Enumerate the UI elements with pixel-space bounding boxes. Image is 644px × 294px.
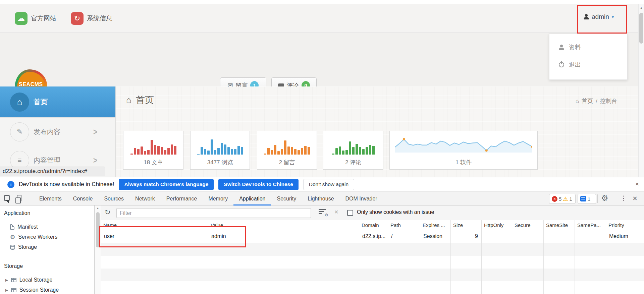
- tab-sources[interactable]: Sources: [98, 192, 129, 205]
- column-divider[interactable]: [575, 220, 575, 294]
- device-toolbar-icon[interactable]: [17, 195, 21, 201]
- tree-item-storage[interactable]: Storage: [10, 242, 37, 252]
- column-divider[interactable]: [420, 220, 420, 294]
- column-divider[interactable]: [450, 220, 451, 294]
- table-icon: [11, 278, 16, 282]
- articles-card-label: 18 文章: [123, 159, 183, 166]
- logout-label: 退出: [569, 61, 581, 69]
- tab-console[interactable]: Console: [67, 192, 99, 205]
- expand-arrow-icon[interactable]: ▶: [5, 278, 8, 282]
- settings-gear-icon[interactable]: ⚙: [601, 193, 608, 203]
- column-header-httponly[interactable]: HttpOnly: [481, 220, 512, 230]
- page-scrollbar[interactable]: ▲: [638, 4, 644, 177]
- cookies-toolbar: ↻ × Only show cookies with an issue: [101, 205, 644, 220]
- sidebar-content-label: 内容管理: [34, 156, 60, 165]
- cms-toolbar: ☁ 官方网站 ↻ 系统信息 admin ▾: [0, 4, 644, 33]
- profile-label: 资料: [569, 43, 581, 51]
- cookie-filter-input[interactable]: [116, 208, 311, 218]
- system-info-link[interactable]: ↻ 系统信息: [71, 4, 112, 33]
- column-divider[interactable]: [481, 220, 482, 294]
- stat-card-messages[interactable]: 2 留言: [257, 131, 317, 170]
- issue-only-checkbox[interactable]: [347, 210, 353, 216]
- tab-security[interactable]: Security: [271, 192, 302, 205]
- column-header-value[interactable]: Value: [208, 220, 359, 230]
- local-storage-label: Local Storage: [19, 277, 53, 283]
- menu-item-profile[interactable]: 资料: [549, 39, 627, 56]
- status-url-tooltip: d22.s.iproute.cn/admin/?r=index#: [0, 167, 105, 176]
- official-site-link[interactable]: ☁ 官方网站: [15, 4, 56, 33]
- scroll-up-arrow[interactable]: ▲: [95, 207, 101, 210]
- scrollbar-thumb[interactable]: [639, 13, 643, 44]
- column-header-size[interactable]: Size: [450, 220, 481, 230]
- page-title: ⌂ 首页: [126, 94, 154, 106]
- console-errors-badge[interactable]: × 5 ⚠ 1: [549, 194, 576, 204]
- column-divider[interactable]: [359, 220, 359, 294]
- breadcrumb-separator: /: [596, 98, 597, 105]
- tree-item-local-storage[interactable]: ▶ Local Storage: [5, 275, 52, 285]
- manifest-label: Manifest: [17, 224, 38, 230]
- clear-icon[interactable]: ×: [334, 208, 338, 216]
- breadcrumb-home[interactable]: 首页: [582, 97, 593, 105]
- empty-row: [101, 269, 644, 281]
- tab-memory[interactable]: Memory: [203, 192, 233, 205]
- column-header-name[interactable]: Name: [101, 220, 208, 230]
- stat-card-articles[interactable]: 18 文章: [123, 131, 183, 170]
- tab-network[interactable]: Network: [129, 192, 161, 205]
- cookie-cell-httponly: [481, 230, 512, 243]
- tree-scrollbar[interactable]: ▲: [95, 205, 101, 294]
- sidebar-item-publish[interactable]: ✎ 发布内容 >: [0, 117, 115, 146]
- tree-section-application: Application: [4, 210, 30, 216]
- column-divider[interactable]: [512, 220, 512, 294]
- cms-header: SEACMS 安全·快速·绿色 www.isea.pw 熊海网站内容系统 ✉ 留…: [0, 33, 644, 86]
- scrollbar-thumb[interactable]: [96, 212, 100, 247]
- cookie-cell-name: user: [101, 230, 208, 243]
- match-language-button[interactable]: Always match Chrome's language: [119, 179, 214, 190]
- menu-item-logout[interactable]: 退出: [549, 56, 627, 73]
- tab-elements[interactable]: Elements: [34, 192, 67, 205]
- column-divider[interactable]: [208, 220, 208, 294]
- column-divider[interactable]: [606, 220, 606, 294]
- column-header-expires[interactable]: Expires ...: [420, 220, 450, 230]
- inspect-element-icon[interactable]: [4, 195, 10, 201]
- gear-icon: ⚙: [10, 234, 15, 241]
- scroll-up-arrow[interactable]: ▲: [639, 6, 644, 10]
- column-divider[interactable]: [543, 220, 544, 294]
- refresh-icon: ↻: [71, 12, 84, 25]
- dont-show-again-button[interactable]: Don't show again: [303, 179, 354, 190]
- column-header-path[interactable]: Path: [388, 220, 420, 230]
- sidebar-item-home[interactable]: ⌂ 首页: [0, 86, 115, 117]
- expand-arrow-icon[interactable]: ▶: [5, 288, 8, 292]
- clear-filter-icon[interactable]: [319, 209, 326, 216]
- column-divider[interactable]: [388, 220, 388, 294]
- error-icon: ×: [552, 196, 557, 202]
- tab-lighthouse[interactable]: Lighthouse: [302, 192, 339, 205]
- cms-main: ⌂ 首页 ⌂ 首页 / 控制台 18 文章 3477 浏览 2 留言: [116, 86, 639, 177]
- cookie-row[interactable]: useradmind22.s.ip.../Session9Medium: [101, 230, 644, 243]
- devtools-close-icon[interactable]: ×: [633, 194, 637, 203]
- tree-item-service-workers[interactable]: ⚙ Service Workers: [10, 232, 57, 242]
- stat-card-software[interactable]: 1 软件: [389, 131, 538, 170]
- refresh-icon[interactable]: ↻: [105, 208, 111, 216]
- service-workers-label: Service Workers: [18, 234, 57, 240]
- column-header-priority[interactable]: Priority: [606, 220, 644, 230]
- cookie-cell-path: /: [388, 230, 420, 243]
- stat-card-views[interactable]: 3477 浏览: [190, 131, 250, 170]
- tab-dom-invader[interactable]: DOM Invader: [340, 192, 383, 205]
- admin-dropdown-toggle[interactable]: admin ▾: [584, 13, 614, 20]
- infobar-close-icon[interactable]: ×: [635, 180, 639, 188]
- tree-item-session-storage[interactable]: ▶ Session Storage: [5, 285, 59, 294]
- column-header-samesite[interactable]: SameSite: [543, 220, 575, 230]
- views-mini-chart: [191, 135, 250, 155]
- stat-card-comments[interactable]: 2 评论: [323, 131, 383, 170]
- column-header-secure[interactable]: Secure: [512, 220, 543, 230]
- more-options-icon[interactable]: ⋮: [620, 194, 627, 202]
- official-site-label: 官方网站: [31, 14, 56, 23]
- warning-icon: ⚠: [563, 196, 568, 202]
- tree-item-manifest[interactable]: Manifest: [10, 222, 38, 232]
- issues-badge[interactable]: 1: [578, 194, 596, 204]
- switch-chinese-button[interactable]: Switch DevTools to Chinese: [218, 179, 298, 190]
- tab-application[interactable]: Application: [233, 192, 271, 205]
- column-header-samepa[interactable]: SamePa...: [575, 220, 606, 230]
- tab-performance[interactable]: Performance: [161, 192, 203, 205]
- column-header-domain[interactable]: Domain: [359, 220, 388, 230]
